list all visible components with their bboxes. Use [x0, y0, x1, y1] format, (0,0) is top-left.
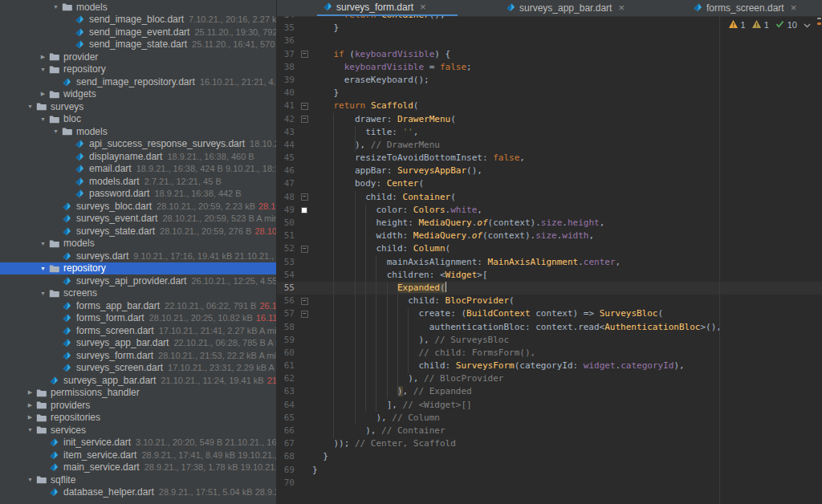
code-line-60[interactable]: 60 // child: FormsForm(),: [277, 347, 822, 360]
code-line-39[interactable]: 39 eraseKeyboard();: [277, 74, 822, 87]
line-number[interactable]: 48: [277, 191, 299, 204]
gutter-icon-cell[interactable]: [299, 74, 311, 87]
tree-item-surveys_bloc.dart[interactable]: surveys_bloc.dart28.10.21., 20:59, 2.23 …: [0, 200, 276, 213]
gutter-icon-cell[interactable]: −: [299, 191, 311, 204]
line-number[interactable]: 68: [277, 450, 299, 463]
fold-marker-icon[interactable]: −: [301, 298, 308, 305]
tree-item-api_success_response_surveys.dart[interactable]: api_success_response_surveys.dart18.10.2…: [0, 138, 276, 151]
line-number[interactable]: 56: [277, 295, 299, 307]
chevron-expanded-icon[interactable]: ▼: [50, 128, 62, 134]
chevron-expanded-icon[interactable]: ▼: [37, 116, 49, 122]
code-line-37[interactable]: 37− if (keyboardVisible) {: [277, 48, 822, 61]
tab-close-icon[interactable]: ×: [791, 4, 797, 12]
line-number[interactable]: 34: [277, 16, 299, 22]
code-line-64[interactable]: 64 ], // <Widget>[]: [277, 399, 822, 412]
code-line-55[interactable]: 55 Expanded(: [277, 282, 822, 295]
fold-marker-icon[interactable]: −: [301, 116, 308, 123]
gutter-icon-cell[interactable]: [299, 450, 311, 463]
tree-item-screens[interactable]: ▼screens: [0, 287, 276, 300]
code-line-58[interactable]: 58 authenticationBloc: context.read<Auth…: [277, 321, 822, 334]
fold-marker-icon[interactable]: −: [301, 246, 308, 253]
line-number[interactable]: 54: [277, 269, 299, 282]
chevron-expanded-icon[interactable]: ▼: [37, 67, 49, 72]
gutter-icon-cell[interactable]: [299, 165, 311, 177]
line-number[interactable]: 51: [277, 230, 299, 242]
tree-item-repository[interactable]: ▼repository: [0, 63, 276, 76]
gutter-icon-cell[interactable]: [299, 61, 311, 74]
code-line-42[interactable]: 42− drawer: DrawerMenu(: [277, 113, 822, 126]
tab-close-icon[interactable]: ×: [420, 3, 426, 11]
line-number[interactable]: 45: [277, 152, 299, 165]
line-number[interactable]: 66: [277, 425, 299, 437]
line-number[interactable]: 69: [277, 464, 299, 477]
line-number[interactable]: 53: [277, 256, 299, 269]
code-area[interactable]: 34 return Container();35 }3637− if (keyb…: [277, 16, 822, 490]
tree-item-models[interactable]: ▼models: [0, 1, 276, 14]
code-line-67[interactable]: 67 )); // Center, Scaffold: [277, 437, 822, 450]
tree-item-surveys[interactable]: ▼surveys: [0, 100, 276, 113]
fold-marker-icon[interactable]: −: [301, 103, 308, 110]
code-line-56[interactable]: 56− child: BlocProvider(: [277, 295, 822, 307]
tree-item-services[interactable]: ▼services: [0, 424, 276, 437]
tree-item-repository[interactable]: ▼repository: [0, 262, 276, 275]
tree-item-forms_form.dart[interactable]: forms_form.dart28.10.21., 20:25, 10.82 k…: [0, 312, 276, 325]
gutter-icon-cell[interactable]: [299, 126, 311, 139]
line-number[interactable]: 49: [277, 204, 299, 217]
code-line-38[interactable]: 38 keyboardVisible = false;: [277, 61, 822, 74]
tree-item-surveys_app_bar.dart[interactable]: surveys_app_bar.dart22.10.21., 06:28, 78…: [0, 337, 276, 350]
tree-item-forms_screen.dart[interactable]: forms_screen.dart17.10.21., 21:41, 2.27 …: [0, 324, 276, 337]
code-line-40[interactable]: 40 }: [277, 87, 822, 100]
gutter-icon-cell[interactable]: [299, 334, 311, 347]
line-number[interactable]: 58: [277, 321, 299, 334]
tree-item-surveys_event.dart[interactable]: surveys_event.dart28.10.21., 20:59, 523 …: [0, 213, 276, 226]
tree-item-surveys_form.dart[interactable]: surveys_form.dart28.10.21., 21:53, 22.2 …: [0, 349, 276, 362]
tree-item-permissions_handler[interactable]: ▶permissions_handler: [0, 387, 276, 400]
gutter-icon-cell[interactable]: [299, 204, 311, 217]
gutter-icon-cell[interactable]: [299, 22, 311, 35]
gutter-icon-cell[interactable]: [299, 321, 311, 334]
code-line-68[interactable]: 68 }: [277, 450, 822, 463]
tree-item-item_service.dart[interactable]: item_service.dart28.9.21., 17:41, 8.49 k…: [0, 449, 276, 461]
tree-item-surveys_screen.dart[interactable]: surveys_screen.dart17.10.21., 23:31, 2.2…: [0, 362, 276, 375]
line-number[interactable]: 39: [277, 74, 299, 87]
code-line-46[interactable]: 46 appBar: SurveysAppBar(),: [277, 165, 822, 177]
code-line-45[interactable]: 45 resizeToAvoidBottomInset: false,: [277, 152, 822, 165]
tree-item-bloc[interactable]: ▼bloc: [0, 113, 276, 126]
gutter-icon-cell[interactable]: [299, 372, 311, 385]
tree-item-widgets[interactable]: ▶widgets: [0, 88, 276, 101]
gutter-icon-cell[interactable]: [299, 16, 311, 22]
code-line-65[interactable]: 65 ), // Column: [277, 412, 822, 425]
chevron-expanded-icon[interactable]: ▼: [37, 241, 49, 246]
code-line-61[interactable]: 61 child: SurveysForm(categoryId: widget…: [277, 360, 822, 372]
tree-item-send_image_repository.dart[interactable]: send_image_repository.dart16.10.21., 21:…: [0, 75, 276, 88]
tree-item-forms_app_bar.dart[interactable]: forms_app_bar.dart22.10.21., 06:22, 791 …: [0, 299, 276, 312]
gutter-icon-cell[interactable]: [299, 217, 311, 230]
code-line-48[interactable]: 48− child: Container(: [277, 191, 822, 204]
line-number[interactable]: 62: [277, 372, 299, 385]
code-line-53[interactable]: 53 mainAxisAlignment: MainAxisAlignment.…: [277, 256, 822, 269]
tree-item-password.dart[interactable]: password.dart18.9.21., 16:38, 442 B: [0, 188, 276, 201]
line-number[interactable]: 59: [277, 334, 299, 347]
gutter-icon-cell[interactable]: −: [299, 100, 311, 112]
color-preview-swatch[interactable]: [301, 207, 307, 213]
code-line-66[interactable]: 66 ), // Container: [277, 425, 822, 437]
gutter-icon-cell[interactable]: [299, 464, 311, 477]
code-line-69[interactable]: 69}: [277, 464, 822, 477]
editor-tab-surveys_form.dart[interactable]: surveys_form.dart×: [317, 0, 458, 16]
line-number[interactable]: 42: [277, 113, 299, 126]
code-line-70[interactable]: 70: [277, 477, 822, 490]
code-line-54[interactable]: 54 children: <Widget>[: [277, 269, 822, 282]
chevron-collapsed-icon[interactable]: ▶: [24, 389, 36, 396]
line-number[interactable]: 41: [277, 100, 299, 112]
fold-marker-icon[interactable]: −: [301, 193, 308, 201]
line-number[interactable]: 67: [277, 437, 299, 450]
gutter-icon-cell[interactable]: [299, 412, 311, 425]
code-line-62[interactable]: 62 ), // BlocProvider: [277, 372, 822, 385]
line-number[interactable]: 38: [277, 61, 299, 74]
gutter-icon-cell[interactable]: [299, 360, 311, 372]
tree-item-models[interactable]: ▼models: [0, 238, 276, 250]
inspections-widget[interactable]: 1 1 10: [729, 20, 812, 30]
tree-item-send_image_bloc.dart[interactable]: send_image_bloc.dart7.10.21., 20:16, 2.2…: [0, 14, 276, 26]
chevron-expanded-icon[interactable]: ▼: [50, 4, 62, 10]
chevron-expanded-icon[interactable]: ▼: [37, 266, 49, 271]
